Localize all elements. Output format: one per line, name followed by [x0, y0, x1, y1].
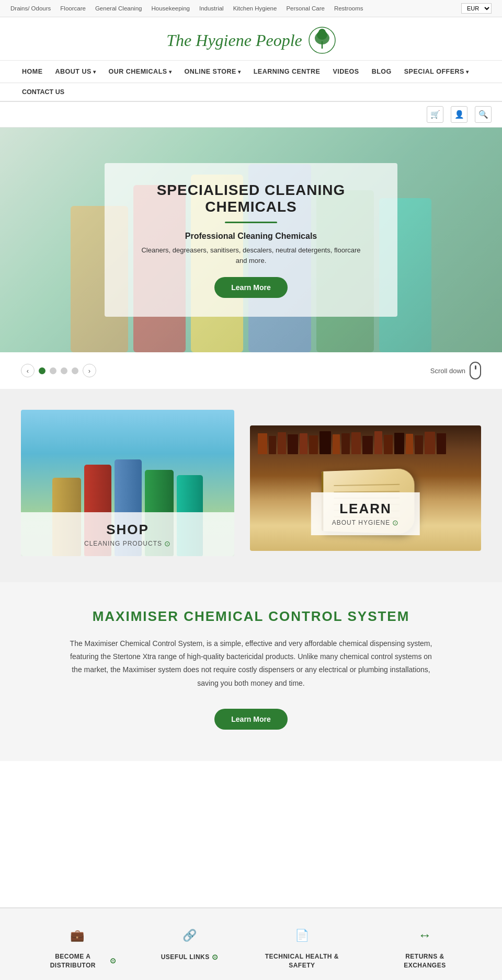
secondary-navigation: CONTACT US [0, 83, 502, 102]
carousel-dot-1[interactable] [39, 367, 45, 374]
hero-title: SPECIALISED CLEANING CHEMICALS [136, 182, 366, 215]
nav-videos[interactable]: VIDEOS [326, 61, 365, 83]
search-icon[interactable]: 🔍 [475, 106, 492, 123]
footer-health-safety[interactable]: 📄 TECHNICAL HEALTH & SAFETY [263, 924, 341, 970]
top-nav-housekeeping[interactable]: Housekeeping [151, 5, 190, 11]
carousel-dots [39, 367, 78, 374]
site-header: The Hygiene People [0, 17, 502, 61]
learn-card-overlay: LEARN ABOUT HYGIENE ⊙ [311, 492, 420, 535]
carousel-dot-3[interactable] [61, 367, 67, 374]
carousel-prev[interactable]: ‹ [21, 364, 35, 377]
maximiser-description: The Maximiser Chemical Control System, i… [68, 637, 434, 690]
logo[interactable]: The Hygiene People [166, 27, 335, 54]
carousel-controls: ‹ › Scroll down [0, 352, 502, 389]
shop-card-title: SHOP [31, 522, 224, 538]
footer-distributor[interactable]: 💼 BECOME A DISTRIBUTOR ⊙ [38, 924, 117, 970]
maximiser-section: MAXIMISER CHEMICAL CONTROL SYSTEM The Ma… [0, 582, 502, 761]
learn-card-subtitle: ABOUT HYGIENE ⊙ [332, 518, 399, 527]
useful-links-label: USEFUL LINKS ⊙ [161, 952, 219, 963]
hero-section: SPECIALISED CLEANING CHEMICALS Professio… [0, 128, 502, 352]
useful-links-icon: 🔗 [178, 924, 201, 947]
nav-chemicals[interactable]: OUR CHEMICALS [102, 61, 178, 83]
distributor-arrow-icon: ⊙ [110, 956, 117, 966]
icons-bar: 🛒 👤 🔍 [0, 102, 502, 128]
maximiser-title: MAXIMISER CHEMICAL CONTROL SYSTEM [31, 608, 471, 625]
hero-subtitle: Professional Cleaning Chemicals [136, 232, 366, 241]
top-nav-links: Drains/ Odours Floorcare General Cleanin… [10, 5, 363, 11]
shop-card-subtitle: CLEANING PRODUCTS ⊙ [31, 539, 224, 548]
distributor-icon: 💼 [66, 924, 89, 947]
nav-offers[interactable]: SPECIAL OFFERS [398, 61, 475, 83]
health-safety-label: TECHNICAL HEALTH & SAFETY [263, 952, 341, 970]
main-navigation: HOME ABOUT US OUR CHEMICALS ONLINE STORE… [0, 61, 502, 83]
nav-about[interactable]: ABOUT US [49, 61, 102, 83]
top-navigation: Drains/ Odours Floorcare General Cleanin… [0, 0, 502, 17]
top-nav-restrooms[interactable]: Restrooms [334, 5, 363, 11]
top-nav-drains[interactable]: Drains/ Odours [10, 5, 51, 11]
shop-arrow-icon: ⊙ [164, 539, 171, 548]
footer-returns[interactable]: ↔ RETURNS & EXCHANGES [385, 924, 464, 970]
learn-card[interactable]: LEARN ABOUT HYGIENE ⊙ [250, 425, 481, 551]
carousel-dot-4[interactable] [72, 367, 78, 374]
cart-icon[interactable]: 🛒 [427, 106, 443, 123]
logo-text: The Hygiene People [166, 31, 302, 50]
carousel-dot-2[interactable] [50, 367, 56, 374]
shop-card-overlay: SHOP CLEANING PRODUCTS ⊙ [21, 512, 234, 556]
top-nav-floorcare[interactable]: Floorcare [60, 5, 86, 11]
carousel-next[interactable]: › [83, 364, 96, 377]
hero-cta-button[interactable]: Learn More [214, 277, 287, 298]
top-nav-personal[interactable]: Personal Care [286, 5, 325, 11]
svg-point-3 [318, 29, 326, 36]
maximiser-cta-button[interactable]: Learn More [214, 709, 287, 730]
nav-learning[interactable]: LEARNING CENTRE [247, 61, 327, 83]
scroll-down[interactable]: Scroll down [430, 362, 481, 379]
distributor-label: BECOME A DISTRIBUTOR ⊙ [38, 952, 117, 970]
shop-learn-section: SHOP CLEANING PRODUCTS ⊙ [0, 389, 502, 582]
scroll-label: Scroll down [430, 367, 465, 375]
logo-tree-icon [309, 27, 336, 54]
nav-home[interactable]: HOME [16, 61, 49, 83]
top-nav-general[interactable]: General Cleaning [95, 5, 142, 11]
nav-blog[interactable]: BLOG [366, 61, 398, 83]
top-nav-kitchen[interactable]: Kitchen Hygiene [233, 5, 277, 11]
top-nav-industrial[interactable]: Industrial [199, 5, 224, 11]
account-icon[interactable]: 👤 [451, 106, 467, 123]
scroll-mouse-icon [470, 362, 481, 379]
useful-links-arrow-icon: ⊙ [212, 952, 219, 963]
nav-contact[interactable]: CONTACT US [16, 83, 71, 101]
hero-divider [225, 222, 277, 223]
health-safety-icon: 📄 [290, 924, 313, 947]
nav-store[interactable]: ONLINE STORE [178, 61, 247, 83]
currency-selector[interactable]: EUR GBP USD [461, 3, 492, 14]
returns-icon: ↔ [413, 924, 436, 947]
shop-card[interactable]: SHOP CLEANING PRODUCTS ⊙ [21, 410, 234, 556]
returns-label: RETURNS & EXCHANGES [385, 952, 464, 970]
footer-useful-links[interactable]: 🔗 USEFUL LINKS ⊙ [161, 924, 219, 963]
hero-content: SPECIALISED CLEANING CHEMICALS Professio… [105, 163, 397, 317]
hero-description: Cleaners, degreasers, sanitisers, descal… [136, 245, 366, 266]
spacer-section [0, 761, 502, 907]
site-footer: 💼 BECOME A DISTRIBUTOR ⊙ 🔗 USEFUL LINKS … [0, 907, 502, 980]
learn-card-title: LEARN [332, 501, 399, 517]
learn-arrow-icon: ⊙ [392, 518, 399, 527]
